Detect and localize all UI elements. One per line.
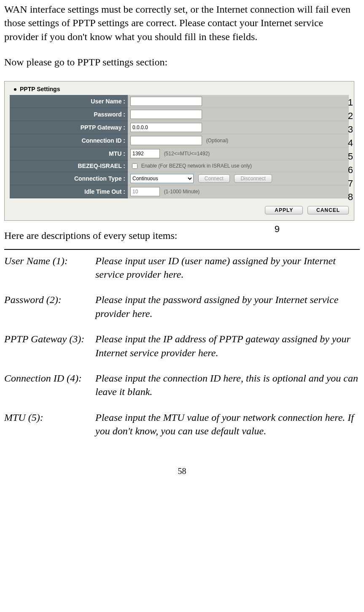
def-desc-3: Please input the IP address of PPTP gate… (95, 332, 360, 371)
callout-6: 6 (348, 165, 353, 176)
disconnect-button[interactable]: Disconnect (234, 174, 272, 183)
def-term-4: Connection ID (4): (4, 371, 95, 411)
pptp-settings-screenshot: PPTP Settings User Name : Password : PPT… (4, 81, 360, 221)
callout-5: 5 (348, 151, 353, 162)
def-desc-1: Please input user ID (user name) assigne… (95, 254, 360, 293)
connection-id-label: Connection ID : (10, 134, 128, 147)
lead-paragraph: Now please go to PPTP settings section: (4, 55, 360, 69)
callout-9: 9 (275, 224, 280, 235)
bezeq-label: BEZEQ-ISRAEL : (10, 160, 128, 172)
callout-4: 4 (348, 138, 353, 149)
bezeq-checkbox[interactable] (132, 163, 138, 169)
connection-id-hint: (Optional) (206, 138, 229, 144)
definitions-table: User Name (1): Please input user ID (use… (4, 254, 360, 450)
page-number: 58 (4, 466, 360, 476)
bullet-icon (14, 88, 16, 91)
section-title: PPTP Settings (14, 86, 349, 92)
callout-8: 8 (348, 192, 353, 203)
def-desc-2: Please input the password assigned by yo… (95, 293, 360, 332)
user-name-label: User Name : (10, 95, 128, 108)
mtu-label: MTU : (10, 147, 128, 160)
mtu-hint: (512<=MTU<=1492) (164, 151, 210, 157)
def-term-3: PPTP Gateway (3): (4, 332, 95, 371)
intro-paragraph: WAN interface settings must be correctly… (4, 3, 360, 43)
def-term-5: MTU (5): (4, 411, 95, 450)
callout-7: 7 (348, 178, 353, 189)
pptp-gateway-label: PPTP Gateway : (10, 121, 128, 134)
apply-button[interactable]: APPLY (265, 206, 303, 214)
separator-line (4, 249, 360, 250)
connection-type-label: Connection Type : (10, 172, 128, 185)
cancel-button[interactable]: CANCEL (307, 206, 349, 214)
idle-timeout-hint: (1-1000 Minute) (164, 189, 200, 195)
user-name-input[interactable] (130, 97, 202, 106)
def-term-2: Password (2): (4, 293, 95, 332)
def-desc-5: Please input the MTU value of your netwo… (95, 411, 360, 450)
settings-table: User Name : Password : PPTP Gateway : Co… (10, 95, 349, 198)
pptp-gateway-input[interactable] (130, 123, 202, 132)
connect-button[interactable]: Connect (198, 174, 230, 183)
password-label: Password : (10, 108, 128, 121)
idle-timeout-input[interactable] (130, 187, 160, 196)
callout-3: 3 (348, 124, 353, 135)
def-desc-4: Please input the connection ID here, thi… (95, 371, 360, 411)
connection-type-select[interactable]: Continuous (130, 174, 194, 183)
callout-1: 1 (348, 97, 353, 108)
mtu-input[interactable] (130, 149, 160, 158)
def-term-1: User Name (1): (4, 254, 95, 293)
callout-2: 2 (348, 111, 353, 122)
idle-timeout-label: Idle Time Out : (10, 185, 128, 198)
connection-id-input[interactable] (130, 136, 202, 145)
descriptions-intro: Here are descriptions of every setup ite… (4, 230, 360, 241)
password-input[interactable] (130, 110, 202, 119)
bezeq-hint: Enable (For BEZEQ network in ISRAEL use … (141, 163, 252, 169)
